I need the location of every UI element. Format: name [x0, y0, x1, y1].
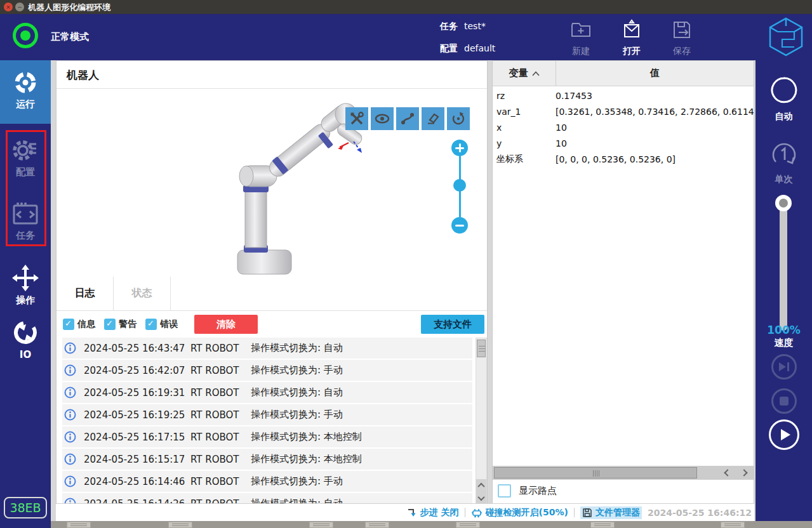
- mode-single-button[interactable]: 单次: [755, 138, 812, 185]
- scroll-left-button[interactable]: [720, 467, 735, 478]
- operate-label: 操作: [16, 294, 35, 307]
- collision-status[interactable]: 碰撞检测开启(50%): [471, 507, 568, 518]
- minimize-icon[interactable]: −: [15, 3, 24, 11]
- log-scrollbar[interactable]: [476, 338, 487, 504]
- view-toolbar: [345, 107, 470, 130]
- config-line: 配置default: [440, 43, 495, 55]
- variable-row[interactable]: x10: [493, 119, 754, 135]
- log-row[interactable]: 2024-05-25 16:19:31RT ROBOT操作模式切换为: 自动: [62, 382, 472, 403]
- play-button[interactable]: [769, 419, 799, 450]
- task-label: 任务: [440, 21, 458, 31]
- log-row[interactable]: 2024-05-25 16:17:15RT ROBOT操作模式切换为: 本地控制: [62, 426, 472, 447]
- single-cycle-icon: [768, 138, 800, 170]
- close-icon[interactable]: ×: [4, 3, 13, 11]
- log-row[interactable]: 2024-05-25 16:14:46RT ROBOT操作模式切换为: 手动: [62, 471, 472, 492]
- show-waypoints-checkbox[interactable]: [498, 484, 511, 498]
- task-value: test*: [464, 21, 486, 31]
- variable-row[interactable]: rz0.17453: [493, 88, 754, 103]
- file-manager-status[interactable]: 文件管理器: [580, 506, 642, 519]
- info-icon: [64, 364, 76, 376]
- eye-icon: [374, 111, 390, 126]
- path-button[interactable]: [396, 107, 419, 130]
- sidebar-item-io[interactable]: IO: [0, 319, 51, 360]
- status-datetime: 2024-05-25 16:46:12: [648, 508, 752, 518]
- hscrollbar-thumb[interactable]: [494, 467, 697, 478]
- speed-slider-track[interactable]: [780, 202, 787, 331]
- task-label: 任务: [16, 230, 35, 242]
- save-button-label: 保存: [673, 46, 691, 57]
- scroll-right-button[interactable]: [736, 467, 752, 478]
- variable-row[interactable]: var_1[0.3261, 0.35348, 0.73416, 2.72866,…: [493, 103, 754, 119]
- step-mode-status[interactable]: 步进 关闭: [407, 507, 459, 518]
- mode-status-icon: [13, 23, 38, 48]
- show-waypoints-control: 显示路点: [498, 484, 557, 498]
- warning-checkbox[interactable]: [104, 319, 116, 330]
- variables-header: 变量 值: [493, 61, 754, 86]
- step-forward-button[interactable]: [771, 354, 797, 380]
- new-button[interactable]: 新建: [561, 19, 601, 57]
- background-file-icon: [590, 522, 615, 528]
- task-line: 任务test*: [440, 21, 486, 32]
- show-waypoints-label: 显示路点: [519, 485, 557, 497]
- log-scrollbar-thumb[interactable]: [477, 340, 486, 357]
- tools-icon: [349, 111, 364, 126]
- file-manager-icon: [582, 508, 592, 518]
- step-forward-icon: [779, 362, 789, 371]
- panel-title: 机器人: [57, 61, 487, 89]
- error-checkbox[interactable]: [145, 319, 157, 330]
- code-window-icon: [12, 201, 39, 227]
- clear-button[interactable]: 清除: [194, 315, 258, 334]
- sidebar-item-task[interactable]: 任务: [0, 201, 51, 242]
- reset-view-button[interactable]: [447, 107, 470, 130]
- warning-checkbox-label: 警告: [119, 319, 136, 330]
- visibility-button[interactable]: [371, 107, 394, 130]
- speed-slider-handle[interactable]: [775, 195, 792, 211]
- variable-row[interactable]: y10: [493, 135, 754, 151]
- config-value: default: [464, 43, 495, 53]
- log-row[interactable]: 2024-05-25 16:15:17RT ROBOT操作模式切换为: 本地控制: [62, 449, 472, 470]
- log-row[interactable]: 2024-05-25 16:43:47RT ROBOT操作模式切换为: 自动: [62, 338, 472, 359]
- sidebar-item-config[interactable]: 配置: [0, 136, 51, 178]
- variable-row[interactable]: 坐标系[0, 0, 0, 0.5236, 0.5236, 0]: [493, 151, 754, 167]
- background-window-strip: [51, 521, 812, 528]
- mode-auto-button[interactable]: 自动: [755, 73, 812, 122]
- stop-button[interactable]: [771, 388, 797, 414]
- column-value[interactable]: 值: [556, 61, 754, 86]
- sidebar-item-operate[interactable]: 操作: [0, 265, 51, 307]
- info-checkbox[interactable]: [63, 319, 74, 330]
- gear-icon: [12, 136, 39, 163]
- zoom-out-button[interactable]: [451, 217, 468, 234]
- rotate-icon: [451, 111, 466, 126]
- scroll-down-button[interactable]: [476, 492, 486, 505]
- divider: [574, 508, 575, 517]
- titlebar: × − 机器人图形化编程环境: [0, 0, 812, 14]
- scroll-up-button[interactable]: [476, 479, 486, 492]
- support-file-button[interactable]: 支持文件: [421, 315, 484, 334]
- info-icon: [64, 431, 76, 443]
- sidebar-item-run[interactable]: 运行: [0, 60, 51, 124]
- log-list: 2024-05-25 16:43:47RT ROBOT操作模式切换为: 自动 2…: [57, 338, 473, 506]
- play-icon: [781, 429, 790, 440]
- config-label: 配置: [16, 166, 35, 178]
- column-variable[interactable]: 变量: [493, 61, 556, 86]
- error-checkbox-label: 错误: [160, 319, 178, 330]
- info-icon: [64, 475, 76, 487]
- open-button[interactable]: 打开: [612, 19, 651, 57]
- zoom-in-button[interactable]: [451, 140, 468, 156]
- log-row[interactable]: 2024-05-25 16:19:25RT ROBOT操作模式切换为: 手动: [62, 404, 472, 425]
- app-window: × − 机器人图形化编程环境 正常模式 任务test* 配置default 新建…: [0, 0, 812, 528]
- log-row[interactable]: 2024-05-25 16:42:07RT ROBOT操作模式切换为: 手动: [62, 360, 472, 381]
- tools-button[interactable]: [345, 107, 368, 130]
- zoom-slider-handle[interactable]: [453, 179, 466, 192]
- variables-hscrollbar[interactable]: [493, 466, 754, 480]
- run-label: 运行: [16, 98, 35, 110]
- step-mode-icon: [407, 508, 417, 517]
- background-file-icon: [456, 522, 480, 528]
- robot-3d-view[interactable]: [57, 89, 487, 277]
- tab-log[interactable]: 日志: [57, 277, 114, 310]
- background-file-icon: [721, 522, 745, 528]
- eraser-button[interactable]: [422, 107, 444, 130]
- tab-status[interactable]: 状态: [114, 277, 171, 310]
- io-label: IO: [20, 349, 31, 360]
- save-button[interactable]: 保存: [662, 19, 702, 57]
